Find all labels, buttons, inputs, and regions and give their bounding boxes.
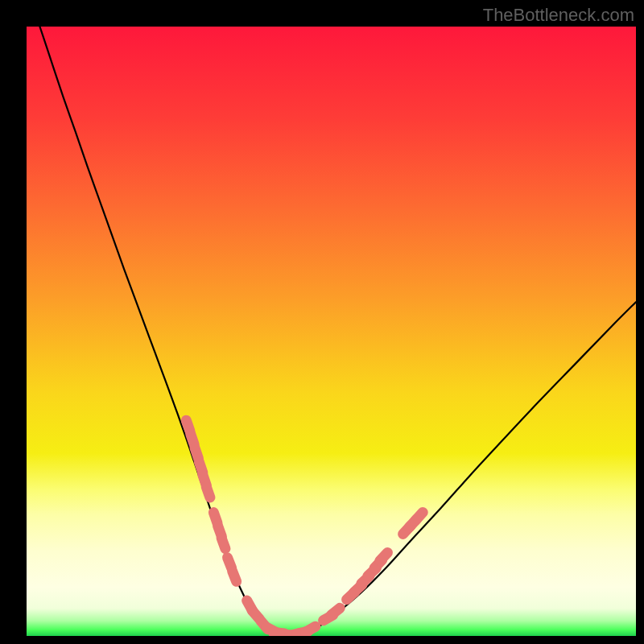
chart-frame: TheBottleneck.com xyxy=(0,0,644,644)
marker-capsule xyxy=(306,626,316,632)
watermark-text: TheBottleneck.com xyxy=(483,5,634,26)
marker-group xyxy=(186,420,423,636)
marker-capsule xyxy=(206,487,210,497)
marker-capsule xyxy=(233,571,237,581)
curve-layer xyxy=(27,27,636,636)
marker-capsule xyxy=(221,538,225,548)
marker-capsule xyxy=(331,608,340,615)
marker-capsule xyxy=(415,512,423,520)
bottleneck-curve xyxy=(27,27,636,635)
marker-capsule xyxy=(380,553,388,561)
plot-area xyxy=(27,27,636,636)
